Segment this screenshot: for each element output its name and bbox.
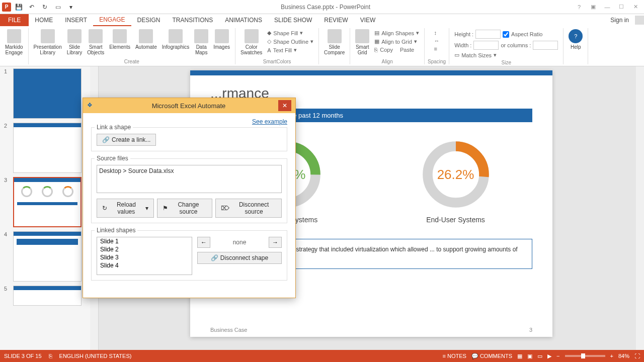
- slide-library-button[interactable]: Slide Library: [65, 28, 85, 57]
- zoom-level[interactable]: 84%: [618, 353, 629, 359]
- match-sizes-button[interactable]: ▭ Match Sizes ▾: [453, 51, 559, 59]
- avatar-icon[interactable]: [635, 16, 644, 25]
- markido-engage-button[interactable]: Markido Engage: [3, 28, 25, 57]
- next-shape-button[interactable]: →: [269, 237, 282, 248]
- status-bar: SLIDE 3 OF 15 ⎘ ENGLISH (UNITED STATES) …: [0, 350, 644, 362]
- disconnect-source-button[interactable]: ⌦ Disconnect source: [215, 199, 282, 218]
- view-reading-icon[interactable]: ▭: [537, 353, 542, 359]
- footer-left: Business Case: [210, 327, 247, 333]
- window-title: Business Case.pptx - PowerPoint: [78, 4, 573, 11]
- source-files-textbox[interactable]: [97, 165, 282, 193]
- link-shape-fieldset: Link a shape 🔗 Create a link...: [91, 127, 287, 151]
- minimize-icon[interactable]: —: [601, 2, 614, 12]
- dialog-title: Microsoft Excel Automate: [99, 102, 278, 110]
- tab-view[interactable]: VIEW: [354, 14, 382, 26]
- donut-enduser: 26.2% End-User Systems: [421, 139, 491, 224]
- view-slideshow-icon[interactable]: ▶: [547, 353, 551, 359]
- slide-compare-button[interactable]: Slide Compare: [322, 28, 347, 57]
- tab-animations[interactable]: ANIMATIONS: [219, 14, 268, 26]
- reload-values-button[interactable]: ↻ Reload values ▾: [97, 199, 154, 218]
- spellcheck-icon[interactable]: ⎘: [49, 353, 52, 359]
- smart-grid-button[interactable]: Smart Grid: [353, 28, 371, 57]
- copy-paste-row[interactable]: ⎘ Copy Paste: [373, 46, 420, 53]
- tab-home[interactable]: HOME: [29, 14, 59, 26]
- group-size: Size: [502, 60, 511, 65]
- cols-input[interactable]: [533, 41, 558, 50]
- group-spacing: Spacing: [428, 59, 446, 64]
- linked-shapes-listbox[interactable]: Slide 1 Slide 2 Slide 3 Slide 4: [97, 237, 192, 275]
- images-button[interactable]: Images: [211, 28, 232, 57]
- save-icon[interactable]: 💾: [13, 2, 24, 13]
- linked-shapes-fieldset: Linked shapes Slide 1 Slide 2 Slide 3 Sl…: [91, 230, 287, 281]
- touch-icon[interactable]: ▭: [52, 2, 63, 13]
- app-icon: P: [2, 3, 11, 12]
- slide-counter[interactable]: SLIDE 3 OF 15: [4, 353, 42, 359]
- view-sorter-icon[interactable]: ▣: [527, 353, 532, 359]
- prev-shape-button[interactable]: ←: [197, 237, 210, 248]
- spacing-h-button[interactable]: ↕: [433, 29, 441, 36]
- height-row: Height : Aspect Ratio: [453, 29, 559, 39]
- title-bar: P 💾 ↶ ↻ ▭ ▾ Business Case.pptx - PowerPo…: [0, 0, 644, 14]
- color-swatches-button[interactable]: Color Swatches: [238, 28, 264, 57]
- zoom-slider[interactable]: [565, 355, 605, 357]
- group-align: Align: [382, 59, 393, 64]
- height-input[interactable]: [475, 30, 501, 39]
- tab-slideshow[interactable]: SLIDE SHOW: [268, 14, 318, 26]
- width-row: Width : or columns :: [453, 40, 559, 50]
- tab-insert[interactable]: INSERT: [59, 14, 93, 26]
- automate-dialog: ❖ Microsoft Excel Automate ✕ See example…: [83, 98, 296, 298]
- shape-fill-button[interactable]: ◆ Shape Fill ▾: [266, 29, 314, 37]
- redo-icon[interactable]: ↻: [39, 2, 50, 13]
- data-maps-button[interactable]: Data Maps: [192, 28, 210, 57]
- list-item[interactable]: Slide 2: [97, 245, 192, 253]
- dialog-titlebar[interactable]: ❖ Microsoft Excel Automate ✕: [83, 98, 295, 113]
- undo-icon[interactable]: ↶: [26, 2, 37, 13]
- align-shapes-button[interactable]: ▤ Align Shapes ▾: [373, 29, 420, 37]
- signin-link[interactable]: Sign in: [606, 17, 633, 24]
- shape-nav-label: none: [212, 239, 267, 246]
- canvas-scrollbar[interactable]: [636, 66, 644, 350]
- change-source-button[interactable]: ⚑ Change source: [157, 199, 212, 218]
- smart-objects-button[interactable]: Smart Objects: [85, 28, 106, 57]
- elements-button[interactable]: Elements: [107, 28, 132, 57]
- fit-icon[interactable]: ⛶: [634, 353, 640, 359]
- help-button[interactable]: ?Help: [567, 28, 585, 57]
- qat-more-icon[interactable]: ▾: [65, 2, 76, 13]
- automate-button[interactable]: Automate: [133, 28, 159, 57]
- tab-review[interactable]: REVIEW: [318, 14, 354, 26]
- language-status[interactable]: ENGLISH (UNITED STATES): [59, 353, 132, 359]
- tab-transitions[interactable]: TRANSITIONS: [167, 14, 219, 26]
- group-create: Create: [124, 59, 139, 64]
- dialog-icon: ❖: [87, 102, 95, 110]
- tab-design[interactable]: DESIGN: [131, 14, 167, 26]
- view-normal-icon[interactable]: ▦: [517, 353, 522, 359]
- shape-outline-button[interactable]: ◇ Shape Outline ▾: [266, 38, 314, 45]
- list-item[interactable]: Slide 1: [97, 237, 192, 245]
- presentation-library-button[interactable]: Presentation Library: [32, 28, 64, 57]
- width-input[interactable]: [473, 41, 499, 50]
- file-tab[interactable]: FILE: [0, 14, 29, 26]
- disconnect-shape-button[interactable]: 🔗 Disconnect shape: [197, 252, 282, 264]
- close-icon[interactable]: ✕: [629, 2, 642, 12]
- list-item[interactable]: Slide 3: [97, 253, 192, 261]
- aspect-checkbox[interactable]: [503, 31, 509, 38]
- align-grid-button[interactable]: ▦ Align to Grid ▾: [373, 38, 420, 45]
- maximize-icon[interactable]: ☐: [615, 2, 628, 12]
- comments-button[interactable]: 💬 COMMENTS: [471, 353, 512, 359]
- tab-engage[interactable]: ENGAGE: [93, 14, 131, 26]
- list-item[interactable]: Slide 4: [97, 261, 192, 269]
- ribbon: Markido Engage Presentation Library Slid…: [0, 26, 644, 66]
- text-fill-button[interactable]: A Text Fill ▾: [266, 46, 314, 54]
- create-link-button[interactable]: 🔗 Create a link...: [97, 134, 156, 146]
- zoom-out-icon[interactable]: −: [556, 353, 559, 359]
- infographics-button[interactable]: Infographics: [160, 28, 191, 57]
- spacing-eq-button[interactable]: ≡: [433, 45, 441, 52]
- dialog-close-button[interactable]: ✕: [278, 100, 291, 111]
- zoom-in-icon[interactable]: +: [610, 353, 613, 359]
- footer-right: 3: [529, 327, 532, 333]
- ribbon-options-icon[interactable]: ▣: [587, 2, 600, 12]
- ribbon-tabs: FILE HOME INSERT ENGAGE DESIGN TRANSITIO…: [0, 14, 644, 26]
- spacing-v-button[interactable]: ↔: [433, 37, 441, 44]
- help-icon[interactable]: ?: [573, 2, 586, 12]
- notes-button[interactable]: ≡ NOTES: [442, 353, 466, 359]
